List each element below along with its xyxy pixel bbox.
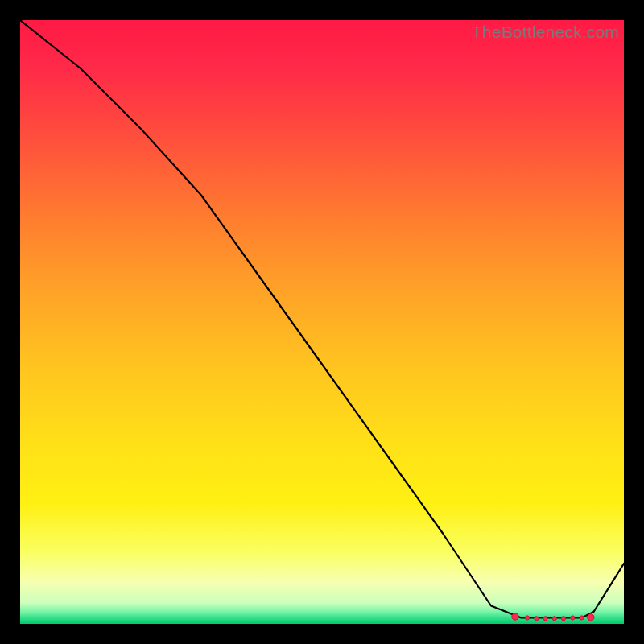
- optimal-marker: [512, 613, 518, 620]
- bottleneck-curve: [20, 20, 624, 618]
- chart-overlay: [20, 20, 624, 624]
- optimal-marker: [561, 617, 565, 621]
- optimal-marker: [535, 617, 539, 621]
- optimal-marker: [552, 617, 556, 621]
- optimal-marker: [525, 616, 529, 620]
- optimal-marker: [580, 616, 584, 620]
- optimal-marker: [571, 616, 575, 620]
- optimal-marker: [543, 617, 547, 621]
- watermark: TheBottleneck.com: [472, 23, 619, 42]
- plot-area: TheBottleneck.com: [20, 20, 624, 624]
- optimal-marker: [588, 614, 594, 621]
- chart-container: TheBottleneck.com: [0, 0, 644, 644]
- optimal-markers: [512, 613, 594, 621]
